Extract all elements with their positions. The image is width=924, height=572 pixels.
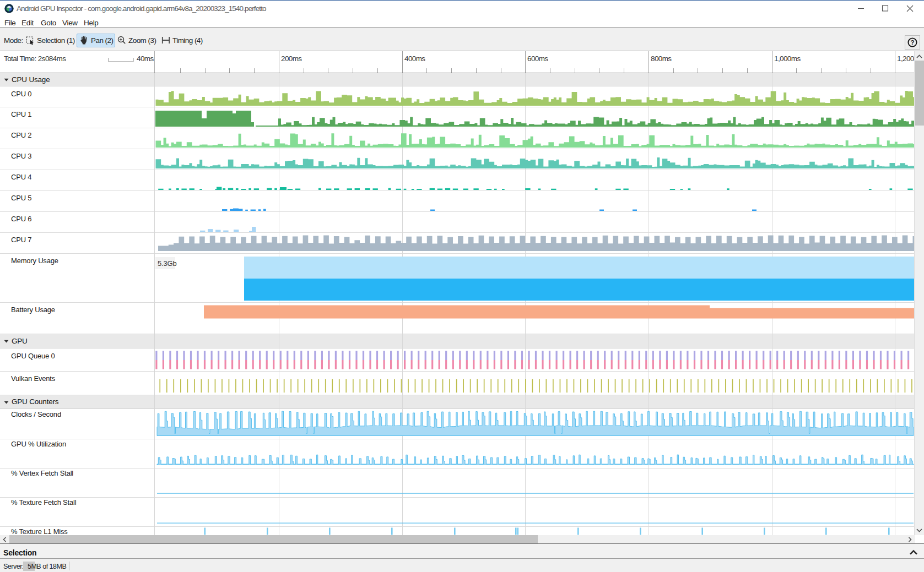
svg-text:?: ?	[910, 39, 914, 46]
